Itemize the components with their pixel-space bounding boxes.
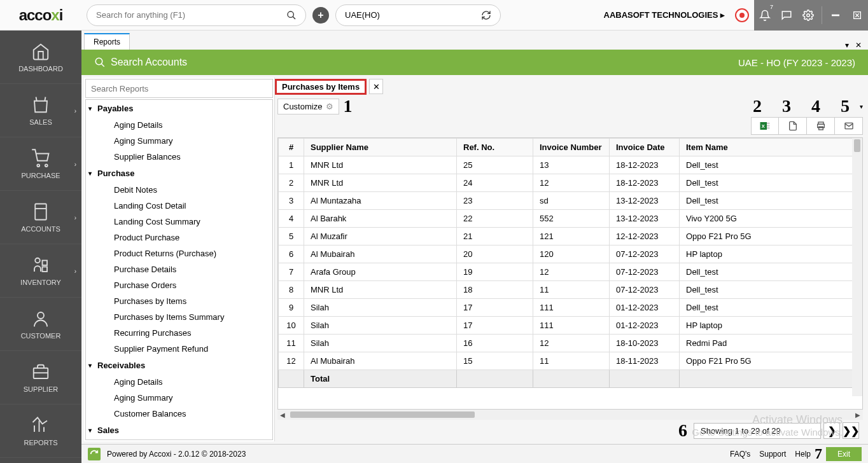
tree-leaf[interactable]: Landing Cost Summary	[86, 214, 272, 230]
company-name[interactable]: AABASOFT TECHNOLOGIES	[604, 10, 730, 20]
col-invoice-no[interactable]: Invoice Number	[533, 139, 610, 156]
faqs-link[interactable]: FAQ's	[730, 450, 750, 459]
nav-accounts[interactable]: ACCOUNTS›	[0, 191, 81, 244]
tree-leaf[interactable]: Customer Balances	[86, 406, 272, 422]
notifications-button[interactable]: 7	[754, 0, 776, 31]
tree-leaf[interactable]: Purchase Details	[86, 261, 272, 277]
mail-icon	[844, 121, 854, 131]
reports-tree[interactable]: Payables Aging Details Aging Summary Sup…	[85, 99, 273, 440]
tree-leaf[interactable]: Recurring Purchases	[86, 325, 272, 341]
report-tab-active[interactable]: Purchases by Items	[275, 79, 367, 95]
table-row[interactable]: 6Al Mubairah2012007-12-2023HP laptop	[279, 245, 862, 263]
dropdown-caret-icon[interactable]: ▾	[860, 103, 863, 110]
nav-dashboard[interactable]: DASHBOARD	[0, 31, 81, 84]
col-item[interactable]: Item Name	[680, 139, 862, 156]
tree-leaf[interactable]: Landing Cost Detail	[86, 198, 272, 214]
nav-customer[interactable]: CUSTOMER	[0, 298, 81, 351]
svg-point-23	[95, 58, 102, 65]
tree-leaf[interactable]: Supplier Balances	[86, 149, 272, 165]
svg-point-7	[37, 164, 39, 167]
close-window-button[interactable]	[846, 0, 868, 31]
branch-label: UAE(HO)	[345, 10, 380, 20]
nav-supplier[interactable]: SUPPLIER	[0, 351, 81, 404]
table-row[interactable]: 4Al Barahk2255213-12-2023Vivo Y200 5G	[279, 210, 862, 228]
print-button[interactable]	[807, 117, 835, 135]
table-row[interactable]: 1MNR Ltd251318-12-2023Dell_test	[279, 156, 862, 174]
tree-search[interactable]	[85, 79, 273, 98]
col-supplier[interactable]: Supplier Name	[304, 139, 457, 156]
col-num[interactable]: #	[279, 139, 304, 156]
tree-group-receivables[interactable]: Receivables	[86, 357, 272, 374]
tab-reports[interactable]: Reports	[84, 33, 130, 50]
alert-indicator[interactable]	[735, 8, 749, 22]
report-tab-close[interactable]: ✕	[369, 79, 383, 94]
minimize-button[interactable]	[825, 0, 846, 31]
window-controls[interactable]: ▾ ✕	[845, 41, 868, 50]
tree-leaf[interactable]: Aging Summary	[86, 390, 272, 406]
messages-button[interactable]	[776, 0, 797, 31]
table-row[interactable]: 3Al Muntazaha23sd13-12-2023Dell_test	[279, 192, 862, 210]
customize-button[interactable]: Customize ⚙	[277, 99, 339, 114]
app-logo: accoxi	[0, 0, 81, 31]
nav-purchase[interactable]: PURCHASE›	[0, 137, 81, 191]
support-link[interactable]: Support	[759, 450, 786, 459]
svg-line-1	[293, 17, 295, 19]
tree-leaf[interactable]: Debit Notes	[86, 182, 272, 198]
nav-label: ACCOUNTS	[21, 225, 60, 233]
email-button[interactable]	[835, 117, 863, 135]
home-icon	[31, 42, 50, 61]
nav-inventory[interactable]: INVENTORY›	[0, 244, 81, 298]
tree-leaf[interactable]: Aging Details	[86, 374, 272, 390]
settings-button[interactable]	[797, 0, 819, 31]
table-row[interactable]: 12Al Mubairah151118-11-2023Oppo F21 Pro …	[279, 352, 862, 370]
table-row[interactable]: 11Silah161218-10-2023Redmi Pad	[279, 335, 862, 352]
pager-next[interactable]: ❯	[823, 422, 840, 439]
tree-search-input[interactable]	[86, 79, 272, 97]
tree-leaf[interactable]: Aging Details	[86, 117, 272, 133]
table-row[interactable]: 2MNR Ltd241218-12-2023Dell_test	[279, 174, 862, 192]
nav-reports[interactable]: REPORTS	[0, 404, 81, 458]
tree-group-purchase[interactable]: Purchase	[86, 165, 272, 182]
svg-rect-3	[832, 15, 839, 15]
tree-leaf[interactable]: Aging Summary	[86, 133, 272, 149]
tree-leaf[interactable]: Purchase Orders	[86, 277, 272, 293]
help-link[interactable]: Help	[795, 450, 811, 459]
global-search-input[interactable]	[96, 10, 286, 20]
chat-icon	[781, 10, 792, 21]
svg-point-17	[38, 312, 44, 319]
tree-leaf[interactable]: Product Purchase	[86, 230, 272, 245]
print-icon	[816, 121, 826, 131]
add-button[interactable]: +	[312, 7, 329, 24]
annotation-5: 5	[841, 96, 850, 116]
tree-leaf[interactable]: Supplier Payment Refund	[86, 341, 272, 357]
table-row[interactable]: 8MNR Ltd181107-12-2023Dell_test	[279, 281, 862, 299]
exit-button[interactable]: Exit	[826, 447, 862, 461]
annotation-6: 6	[678, 420, 687, 441]
tree-group-sales[interactable]: Sales	[86, 422, 272, 439]
horizontal-scrollbar[interactable]: ◀▶	[277, 410, 863, 420]
vertical-scrollbar[interactable]	[852, 138, 862, 396]
svg-point-0	[288, 11, 293, 17]
table-row[interactable]: 9Silah1711101-12-2023Dell_test	[279, 299, 862, 317]
table-row[interactable]: 5Al Muzafir2112112-12-2023Oppo F21 Pro 5…	[279, 228, 862, 245]
nav-label: PURCHASE	[21, 172, 60, 179]
tree-group-payables[interactable]: Payables	[86, 100, 272, 117]
table-row[interactable]: 10Silah1711101-12-2023HP laptop	[279, 317, 862, 335]
export-excel-button[interactable]: X	[751, 117, 779, 135]
nav-sales[interactable]: SALES›	[0, 84, 81, 137]
pager-last[interactable]: ❯❯	[843, 422, 859, 439]
col-ref[interactable]: Ref. No.	[457, 139, 533, 156]
export-pdf-button[interactable]	[779, 117, 807, 135]
cart-icon	[31, 149, 50, 168]
tree-leaf[interactable]: Purchases by Items Summary	[86, 309, 272, 325]
annotation-7: 7	[815, 445, 822, 462]
col-invoice-date[interactable]: Invoice Date	[610, 139, 680, 156]
tree-leaf[interactable]: Purchases by Items	[86, 293, 272, 309]
refresh-button[interactable]	[88, 448, 101, 460]
tree-leaf[interactable]: Product Returns (Purchase)	[86, 245, 272, 261]
greenbar-title[interactable]: Search Accounts	[111, 57, 187, 68]
branch-selector[interactable]: UAE(HO)	[335, 4, 501, 26]
global-search[interactable]	[87, 4, 306, 26]
table-row[interactable]: 7Arafa Group191207-12-2023Dell_test	[279, 263, 862, 281]
svg-point-14	[35, 258, 40, 263]
